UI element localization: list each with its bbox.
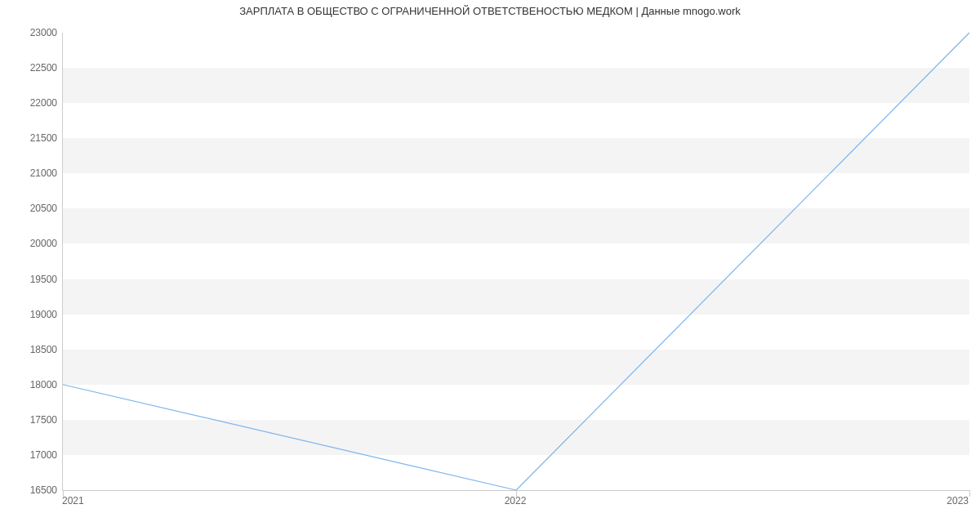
y-tick-label: 20000 [8, 238, 57, 249]
x-tick-label: 2022 [505, 495, 527, 506]
y-tick-label: 19000 [8, 309, 57, 320]
y-tick-label: 23000 [8, 27, 57, 38]
chart-title: ЗАРПЛАТА В ОБЩЕСТВО С ОГРАНИЧЕННОЙ ОТВЕТ… [0, 5, 980, 17]
x-tick-label: 2021 [62, 495, 84, 506]
y-tick-label: 18500 [8, 344, 57, 355]
x-tick [969, 490, 970, 497]
plot-area [62, 33, 969, 491]
y-tick-label: 22000 [8, 97, 57, 109]
y-tick-label: 17500 [8, 414, 57, 426]
y-tick-label: 21000 [8, 167, 57, 179]
x-tick-label: 2023 [947, 495, 969, 506]
y-tick-label: 16500 [8, 484, 57, 496]
y-tick-label: 17000 [8, 449, 57, 461]
chart-container: ЗАРПЛАТА В ОБЩЕСТВО С ОГРАНИЧЕННОЙ ОТВЕТ… [0, 0, 980, 531]
data-line [63, 33, 969, 490]
y-tick-label: 21500 [8, 132, 57, 144]
y-tick-label: 22500 [8, 62, 57, 74]
y-tick-label: 20500 [8, 203, 57, 214]
line-series [63, 33, 969, 490]
y-tick-label: 19500 [8, 274, 57, 285]
y-tick-label: 18000 [8, 379, 57, 390]
